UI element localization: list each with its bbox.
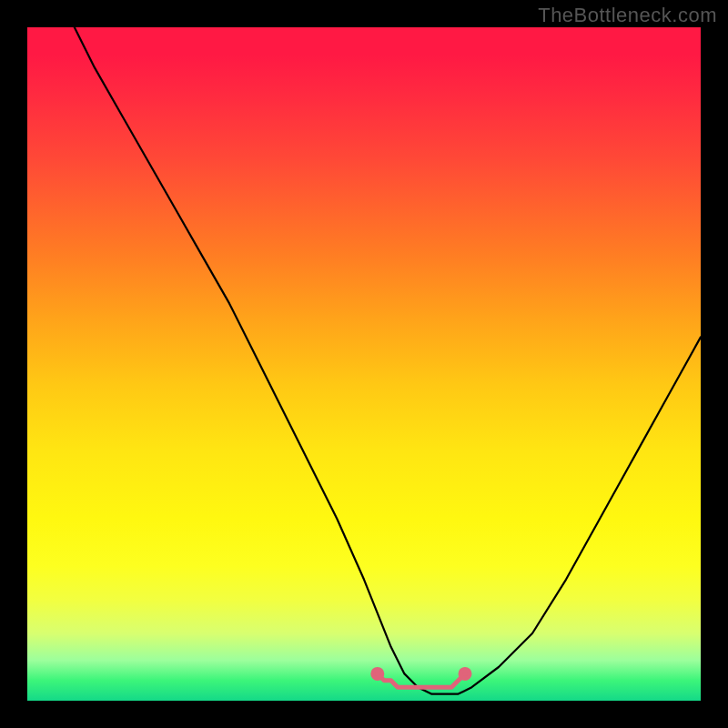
svg-point-1 xyxy=(460,669,470,678)
curve-path xyxy=(75,27,701,694)
highlight-squiggle xyxy=(373,669,470,687)
chart-frame: TheBottleneck.com xyxy=(0,0,728,728)
svg-point-0 xyxy=(373,669,382,678)
watermark-label: TheBottleneck.com xyxy=(538,4,717,27)
plot-area xyxy=(27,27,701,701)
chart-svg xyxy=(27,27,701,701)
